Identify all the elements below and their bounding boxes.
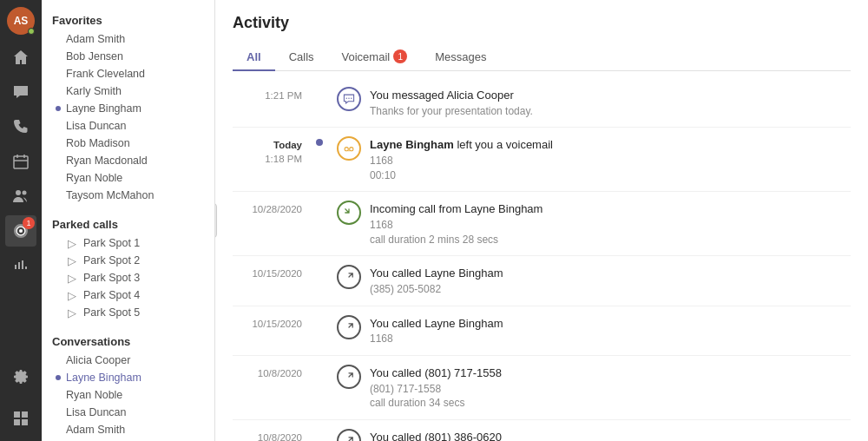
activity-item[interactable]: 10/8/2020 You called (801) 386-0620 (801… <box>233 420 851 441</box>
sidebar-item-parked-call[interactable]: ▷ Park Spot 4 <box>42 286 214 304</box>
people-icon[interactable] <box>5 181 36 212</box>
sidebar-item-favorite[interactable]: Rob Madison <box>42 135 214 152</box>
activity-timestamp: 10/8/2020 <box>233 429 302 441</box>
sidebar-item-conversation[interactable]: Alicia Cooper <box>42 352 214 369</box>
activity-item[interactable]: 10/15/2020 You called Layne Bingham 1168 <box>233 306 851 356</box>
tab-voicemail[interactable]: Voicemail1 <box>328 43 422 70</box>
svg-rect-9 <box>22 411 28 418</box>
today-label: Today <box>273 140 302 150</box>
activity-body: You called (801) 717-1558 (801) 717-1558… <box>370 365 851 411</box>
activity-body: Layne Bingham left you a voicemail 11680… <box>370 136 851 182</box>
svg-rect-8 <box>14 411 20 418</box>
sidebar-item-favorite[interactable]: Karly Smith <box>42 82 214 100</box>
activity-sub-line: 1168 <box>370 218 851 233</box>
collapse-sidebar-button[interactable] <box>215 203 217 238</box>
activity-icon-outgoing <box>337 429 361 441</box>
unread-dot <box>316 139 323 146</box>
chat-icon[interactable] <box>5 76 36 108</box>
favorites-section-title: Favorites <box>42 7 214 30</box>
activity-main-line: You called (801) 386-0620 <box>370 429 851 441</box>
activity-sub-line: (385) 205-5082 <box>370 282 851 297</box>
activity-main-line: You called Layne Bingham <box>370 265 851 282</box>
activity-icon-outgoing <box>337 365 361 389</box>
activity-timestamp: Today1:18 PM <box>233 136 302 166</box>
sidebar-item-parked-call[interactable]: ▷ Park Spot 3 <box>42 269 214 286</box>
activity-main-line: You called (801) 717-1558 <box>370 365 851 382</box>
svg-point-4 <box>16 190 21 195</box>
phone-icon[interactable] <box>5 111 36 142</box>
sidebar-item-label: Layne Bingham <box>66 102 204 115</box>
activity-icon-outgoing <box>337 315 361 339</box>
sidebar-item-favorite[interactable]: Bob Jensen <box>42 48 214 65</box>
presence-dot <box>56 375 61 380</box>
activity-icon[interactable]: 1 <box>5 215 36 247</box>
activity-timestamp: 1:21 PM <box>233 87 302 102</box>
sidebar-item-favorite[interactable]: Lisa Duncan <box>42 117 214 135</box>
sidebar-item-label: Karly Smith <box>66 85 204 97</box>
settings-icon[interactable] <box>5 361 36 392</box>
parked-calls-section-title: Parked calls <box>42 211 214 234</box>
activity-item[interactable]: 10/15/2020 You called Layne Bingham (385… <box>233 256 851 306</box>
sidebar-item-label: Layne Bingham <box>66 372 204 384</box>
sidebar-item-conversation[interactable]: Layne Bingham <box>42 369 214 386</box>
tab-label: Messages <box>435 50 486 63</box>
activity-timestamp: 10/8/2020 <box>233 365 302 380</box>
sidebar-item-label: Bob Jensen <box>66 50 204 63</box>
activity-timestamp: 10/15/2020 <box>233 315 302 331</box>
sidebar-item-label: Lisa Duncan <box>66 120 204 132</box>
sidebar-item-conversation[interactable]: Lisa Duncan <box>42 404 214 421</box>
tab-all[interactable]: All <box>233 43 275 70</box>
sidebar-item-label: Park Spot 3 <box>83 272 204 284</box>
svg-point-14 <box>351 98 352 99</box>
activity-main-line: You called Layne Bingham <box>370 315 851 332</box>
tab-label: Calls <box>289 50 314 63</box>
files-icon[interactable] <box>5 250 36 281</box>
activity-badge: 1 <box>23 217 35 229</box>
activity-sub-line2: call duration 2 mins 28 secs <box>370 233 851 247</box>
activity-sub-line2: 00:10 <box>370 168 851 183</box>
home-icon[interactable] <box>5 42 36 73</box>
sidebar-item-favorite[interactable]: Ryan Noble <box>42 169 214 187</box>
online-status-dot <box>28 28 35 35</box>
park-icon: ▷ <box>66 289 78 301</box>
activity-item[interactable]: Today1:18 PM Layne Bingham left you a vo… <box>233 128 851 192</box>
activity-icon-message <box>337 87 361 111</box>
tab-messages[interactable]: Messages <box>421 43 500 70</box>
tabs: AllCallsVoicemail1Messages <box>233 43 851 71</box>
sidebar-item-parked-call[interactable]: ▷ Park Spot 5 <box>42 304 214 321</box>
sidebar-item-favorite[interactable]: Ryan Macdonald <box>42 152 214 169</box>
presence-dot <box>56 106 61 111</box>
activity-item[interactable]: 10/28/2020 Incoming call from Layne Bing… <box>233 192 851 256</box>
activity-item[interactable]: 10/8/2020 You called (801) 717-1558 (801… <box>233 356 851 420</box>
activity-icon-voicemail <box>337 136 361 161</box>
sidebar-item-parked-call[interactable]: ▷ Park Spot 1 <box>42 234 214 252</box>
sidebar-item-favorite[interactable]: Adam Smith <box>42 30 214 48</box>
apps-icon[interactable] <box>5 403 36 434</box>
activity-sub-line2: call duration 34 secs <box>370 396 851 411</box>
sidebar-item-favorite[interactable]: Taysom McMahon <box>42 187 214 204</box>
sidebar-item-label: Adam Smith <box>66 33 204 45</box>
park-icon: ▷ <box>66 272 78 284</box>
svg-point-6 <box>19 229 23 233</box>
sidebar-item-favorite[interactable]: Layne Bingham <box>42 100 214 117</box>
sidebar-item-conversation[interactable]: Adam Smith <box>42 421 214 438</box>
sidebar-item-parked-call[interactable]: ▷ Park Spot 2 <box>42 252 214 269</box>
activity-main-line: Layne Bingham left you a voicemail <box>370 136 851 154</box>
activity-body: Incoming call from Layne Bingham 1168cal… <box>370 201 851 247</box>
avatar[interactable]: AS <box>7 7 35 35</box>
tab-calls[interactable]: Calls <box>275 43 328 70</box>
activity-sub-line: 1168 <box>370 332 851 346</box>
calendar-icon[interactable] <box>5 146 36 177</box>
svg-point-16 <box>350 148 353 151</box>
sidebar-item-conversation[interactable]: Ryan Noble <box>42 386 214 404</box>
sidebar-item-label: Rob Madison <box>66 137 204 149</box>
activity-item[interactable]: 1:21 PM You messaged Alicia Cooper Thank… <box>233 78 851 128</box>
sidebar-item-label: Taysom McMahon <box>66 189 204 201</box>
park-icon: ▷ <box>66 237 78 249</box>
activity-sub-line: 1168 <box>370 154 851 168</box>
sidebar-item-favorite[interactable]: Frank Cleveland <box>42 65 214 82</box>
tab-label: Voicemail <box>342 50 391 63</box>
park-icon: ▷ <box>66 254 78 267</box>
activity-main-line: You messaged Alicia Cooper <box>370 87 851 104</box>
activity-body: You called Layne Bingham 1168 <box>370 315 851 346</box>
